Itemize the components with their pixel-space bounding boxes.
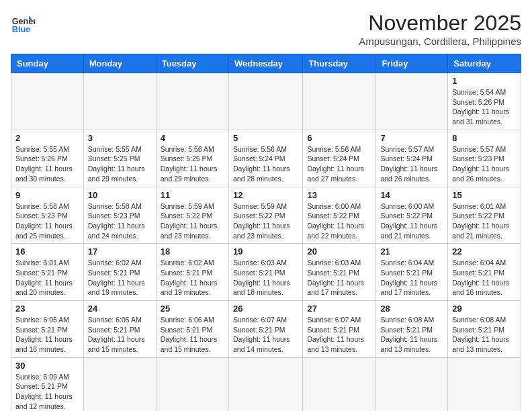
day-info: Sunrise: 5:58 AM Sunset: 5:23 PM Dayligh… <box>15 201 79 241</box>
day-number: 18 <box>161 246 224 257</box>
day-number: 17 <box>88 246 152 257</box>
day-info: Sunrise: 6:08 AM Sunset: 5:21 PM Dayligh… <box>452 315 517 355</box>
table-row: 13Sunrise: 6:00 AM Sunset: 5:22 PM Dayli… <box>303 187 376 244</box>
day-number: 21 <box>380 246 443 257</box>
table-row: 30Sunrise: 6:09 AM Sunset: 5:21 PM Dayli… <box>11 357 84 411</box>
day-number: 10 <box>88 190 152 200</box>
logo: General Blue <box>11 11 35 35</box>
table-row <box>228 357 302 411</box>
header-sunday: Sunday <box>11 54 84 73</box>
day-info: Sunrise: 5:55 AM Sunset: 5:25 PM Dayligh… <box>88 144 152 184</box>
calendar-row: 23Sunrise: 6:05 AM Sunset: 5:21 PM Dayli… <box>11 301 521 358</box>
table-row <box>83 357 156 411</box>
day-info: Sunrise: 5:59 AM Sunset: 5:22 PM Dayligh… <box>233 201 298 241</box>
day-info: Sunrise: 6:06 AM Sunset: 5:21 PM Dayligh… <box>161 315 224 355</box>
table-row: 18Sunrise: 6:02 AM Sunset: 5:21 PM Dayli… <box>156 244 228 301</box>
calendar-table: Sunday Monday Tuesday Wednesday Thursday… <box>11 54 521 411</box>
day-number: 12 <box>233 190 298 200</box>
day-number: 7 <box>380 133 443 143</box>
day-number: 15 <box>452 190 517 200</box>
day-info: Sunrise: 5:57 AM Sunset: 5:23 PM Dayligh… <box>452 144 517 184</box>
day-info: Sunrise: 6:08 AM Sunset: 5:21 PM Dayligh… <box>380 315 443 355</box>
day-number: 20 <box>307 246 371 257</box>
day-number: 25 <box>161 304 224 314</box>
day-number: 2 <box>15 133 79 143</box>
day-info: Sunrise: 6:05 AM Sunset: 5:21 PM Dayligh… <box>88 315 152 355</box>
day-info: Sunrise: 5:56 AM Sunset: 5:24 PM Dayligh… <box>233 144 298 184</box>
day-number: 30 <box>15 361 79 371</box>
table-row: 10Sunrise: 5:58 AM Sunset: 5:23 PM Dayli… <box>83 187 156 244</box>
table-row: 26Sunrise: 6:07 AM Sunset: 5:21 PM Dayli… <box>228 301 302 358</box>
calendar-row: 1Sunrise: 5:54 AM Sunset: 5:26 PM Daylig… <box>11 73 521 130</box>
day-number: 8 <box>452 133 517 143</box>
table-row: 5Sunrise: 5:56 AM Sunset: 5:24 PM Daylig… <box>228 130 302 187</box>
day-number: 19 <box>233 246 298 257</box>
table-row: 21Sunrise: 6:04 AM Sunset: 5:21 PM Dayli… <box>376 244 448 301</box>
table-row: 3Sunrise: 5:55 AM Sunset: 5:25 PM Daylig… <box>83 130 156 187</box>
table-row <box>376 73 448 130</box>
table-row: 20Sunrise: 6:03 AM Sunset: 5:21 PM Dayli… <box>303 244 376 301</box>
table-row: 27Sunrise: 6:07 AM Sunset: 5:21 PM Dayli… <box>303 301 376 358</box>
table-row: 29Sunrise: 6:08 AM Sunset: 5:21 PM Dayli… <box>448 301 521 358</box>
day-info: Sunrise: 6:09 AM Sunset: 5:21 PM Dayligh… <box>15 372 79 411</box>
calendar-row: 9Sunrise: 5:58 AM Sunset: 5:23 PM Daylig… <box>11 187 521 244</box>
table-row <box>448 357 521 411</box>
header-monday: Monday <box>83 54 156 73</box>
table-row: 4Sunrise: 5:56 AM Sunset: 5:25 PM Daylig… <box>156 130 228 187</box>
table-row <box>303 357 376 411</box>
day-info: Sunrise: 6:03 AM Sunset: 5:21 PM Dayligh… <box>307 258 371 298</box>
day-info: Sunrise: 6:04 AM Sunset: 5:21 PM Dayligh… <box>380 258 443 298</box>
day-info: Sunrise: 6:05 AM Sunset: 5:21 PM Dayligh… <box>15 315 79 355</box>
day-info: Sunrise: 6:02 AM Sunset: 5:21 PM Dayligh… <box>161 258 224 298</box>
table-row: 17Sunrise: 6:02 AM Sunset: 5:21 PM Dayli… <box>83 244 156 301</box>
day-info: Sunrise: 6:01 AM Sunset: 5:22 PM Dayligh… <box>452 201 517 241</box>
table-row: 15Sunrise: 6:01 AM Sunset: 5:22 PM Dayli… <box>448 187 521 244</box>
svg-text:Blue: Blue <box>12 25 30 34</box>
day-number: 9 <box>15 190 79 200</box>
table-row: 24Sunrise: 6:05 AM Sunset: 5:21 PM Dayli… <box>83 301 156 358</box>
day-info: Sunrise: 6:00 AM Sunset: 5:22 PM Dayligh… <box>380 201 443 241</box>
table-row: 14Sunrise: 6:00 AM Sunset: 5:22 PM Dayli… <box>376 187 448 244</box>
day-info: Sunrise: 6:02 AM Sunset: 5:21 PM Dayligh… <box>88 258 152 298</box>
day-info: Sunrise: 6:04 AM Sunset: 5:21 PM Dayligh… <box>452 258 517 298</box>
table-row: 7Sunrise: 5:57 AM Sunset: 5:24 PM Daylig… <box>376 130 448 187</box>
table-row: 2Sunrise: 5:55 AM Sunset: 5:26 PM Daylig… <box>11 130 84 187</box>
table-row: 25Sunrise: 6:06 AM Sunset: 5:21 PM Dayli… <box>156 301 228 358</box>
day-info: Sunrise: 6:03 AM Sunset: 5:21 PM Dayligh… <box>233 258 298 298</box>
day-info: Sunrise: 5:59 AM Sunset: 5:22 PM Dayligh… <box>161 201 224 241</box>
day-info: Sunrise: 5:56 AM Sunset: 5:24 PM Dayligh… <box>307 144 371 184</box>
table-row: 16Sunrise: 6:01 AM Sunset: 5:21 PM Dayli… <box>11 244 84 301</box>
day-number: 11 <box>161 190 224 200</box>
header-tuesday: Tuesday <box>156 54 228 73</box>
page-header: General Blue November 2025 Ampusungan, C… <box>11 11 521 47</box>
title-area: November 2025 Ampusungan, Cordillera, Ph… <box>359 11 521 47</box>
table-row: 12Sunrise: 5:59 AM Sunset: 5:22 PM Dayli… <box>228 187 302 244</box>
day-number: 26 <box>233 304 298 314</box>
header-friday: Friday <box>376 54 448 73</box>
day-info: Sunrise: 6:01 AM Sunset: 5:21 PM Dayligh… <box>15 258 79 298</box>
day-info: Sunrise: 5:54 AM Sunset: 5:26 PM Dayligh… <box>452 87 517 127</box>
day-info: Sunrise: 5:57 AM Sunset: 5:24 PM Dayligh… <box>380 144 443 184</box>
day-number: 23 <box>15 304 79 314</box>
calendar-row: 16Sunrise: 6:01 AM Sunset: 5:21 PM Dayli… <box>11 244 521 301</box>
table-row: 1Sunrise: 5:54 AM Sunset: 5:26 PM Daylig… <box>448 73 521 130</box>
header-saturday: Saturday <box>448 54 521 73</box>
day-info: Sunrise: 6:07 AM Sunset: 5:21 PM Dayligh… <box>307 315 371 355</box>
day-number: 3 <box>88 133 152 143</box>
day-number: 14 <box>380 190 443 200</box>
day-number: 24 <box>88 304 152 314</box>
table-row: 6Sunrise: 5:56 AM Sunset: 5:24 PM Daylig… <box>303 130 376 187</box>
calendar-row: 2Sunrise: 5:55 AM Sunset: 5:26 PM Daylig… <box>11 130 521 187</box>
table-row: 23Sunrise: 6:05 AM Sunset: 5:21 PM Dayli… <box>11 301 84 358</box>
table-row: 9Sunrise: 5:58 AM Sunset: 5:23 PM Daylig… <box>11 187 84 244</box>
weekday-header-row: Sunday Monday Tuesday Wednesday Thursday… <box>11 54 521 73</box>
location: Ampusungan, Cordillera, Philippines <box>359 36 521 47</box>
table-row: 22Sunrise: 6:04 AM Sunset: 5:21 PM Dayli… <box>448 244 521 301</box>
day-number: 29 <box>452 304 517 314</box>
day-number: 1 <box>452 76 517 86</box>
day-info: Sunrise: 6:07 AM Sunset: 5:21 PM Dayligh… <box>233 315 298 355</box>
day-number: 16 <box>15 246 79 257</box>
table-row: 11Sunrise: 5:59 AM Sunset: 5:22 PM Dayli… <box>156 187 228 244</box>
header-thursday: Thursday <box>303 54 376 73</box>
day-number: 4 <box>161 133 224 143</box>
